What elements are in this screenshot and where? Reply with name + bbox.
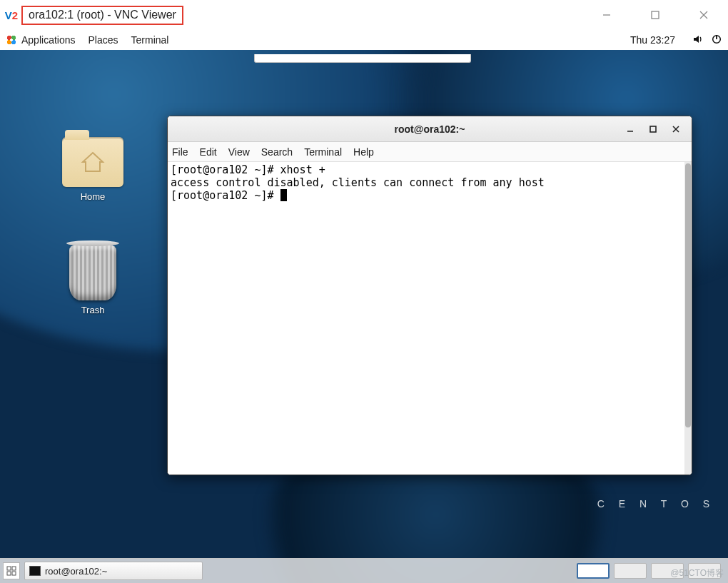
vnc-maximize-button[interactable]	[631, 0, 679, 30]
terminal-maximize-button[interactable]	[642, 116, 664, 141]
svg-rect-7	[650, 126, 656, 132]
vnc-window-title: ora102:1 (root) - VNC Viewer	[21, 6, 183, 25]
menu-places[interactable]: Places	[89, 34, 118, 46]
term-menu-search[interactable]: Search	[261, 146, 293, 158]
terminal-window[interactable]: root@ora102:~ File Edit View Search Term…	[167, 116, 692, 475]
trash-icon	[69, 245, 116, 300]
term-line-2: access control disabled, clients can con…	[171, 176, 545, 189]
svg-rect-11	[12, 567, 16, 570]
centos-brand-text: C E N T O S	[597, 498, 715, 510]
centos-desktop: C E N T O S Applications Places Terminal…	[0, 30, 728, 583]
trash-label: Trash	[43, 305, 143, 315]
volume-icon[interactable]	[692, 34, 704, 47]
terminal-titlebar[interactable]: root@ora102:~	[168, 116, 692, 142]
vnc-minimize-button[interactable]	[582, 0, 631, 30]
vnc-close-button[interactable]	[679, 0, 728, 30]
taskbar-terminal-icon	[29, 566, 41, 576]
term-menu-view[interactable]: View	[228, 146, 250, 158]
menu-applications[interactable]: Applications	[21, 34, 76, 46]
terminal-body[interactable]: [root@ora102 ~]# xhost + access control …	[168, 162, 692, 475]
power-icon[interactable]	[711, 34, 722, 47]
taskbar-entry-terminal[interactable]: root@ora102:~	[24, 562, 203, 580]
gnome-taskbar: root@ora102:~	[0, 558, 728, 583]
desktop-icon-trash[interactable]: Trash	[43, 245, 143, 315]
applications-icon	[6, 34, 17, 46]
workspace-switcher[interactable]	[3, 562, 20, 579]
term-menu-terminal[interactable]: Terminal	[304, 146, 342, 158]
desktop-icon-home[interactable]: Home	[43, 137, 143, 202]
terminal-cursor	[280, 189, 287, 201]
terminal-close-button[interactable]	[664, 116, 687, 141]
vnc-logo-icon: V2	[1, 9, 21, 21]
vnc-titlebar: V2 ora102:1 (root) - VNC Viewer	[0, 0, 728, 30]
menu-terminal[interactable]: Terminal	[131, 34, 169, 46]
clock[interactable]: Thu 23:27	[630, 34, 675, 46]
term-menu-file[interactable]: File	[172, 146, 188, 158]
dropdown-remnant	[254, 54, 471, 63]
terminal-title: root@ora102:~	[395, 123, 465, 135]
svg-rect-13	[12, 572, 16, 575]
watermark: @51CTO博客	[670, 567, 724, 579]
term-menu-edit[interactable]: Edit	[200, 146, 217, 158]
gnome-top-bar: Applications Places Terminal Thu 23:27	[0, 30, 728, 50]
term-line-1: [root@ora102 ~]# xhost +	[171, 163, 325, 176]
tray-slot-2[interactable]	[614, 563, 647, 579]
svg-rect-1	[652, 11, 659, 19]
home-folder-icon	[62, 137, 123, 187]
svg-rect-12	[7, 572, 11, 575]
term-line-3: [root@ora102 ~]#	[171, 189, 280, 202]
svg-rect-10	[7, 567, 11, 570]
home-label: Home	[43, 191, 143, 202]
terminal-scrollbar-thumb[interactable]	[685, 163, 691, 427]
terminal-menubar: File Edit View Search Terminal Help	[168, 142, 692, 162]
terminal-minimize-button[interactable]	[619, 116, 642, 141]
taskbar-entry-label: root@ora102:~	[45, 566, 107, 577]
terminal-scrollbar[interactable]	[684, 162, 692, 475]
tray-slot-1[interactable]	[577, 563, 610, 579]
term-menu-help[interactable]: Help	[353, 146, 374, 158]
